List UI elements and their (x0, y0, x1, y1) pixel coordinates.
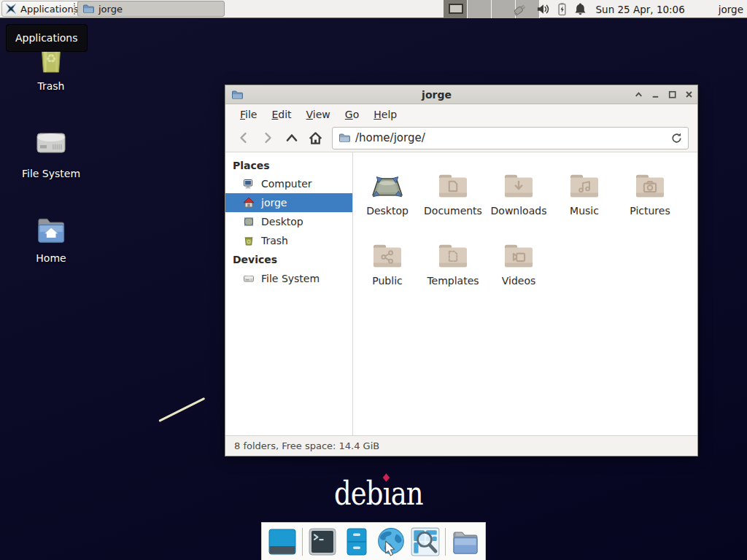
volume-icon[interactable] (536, 3, 550, 15)
sidebar-devices-header: Devices (225, 250, 352, 269)
sidebar-item-jorge[interactable]: jorge (225, 193, 352, 212)
statusbar: 8 folders, Free space: 14.4 GiB (225, 435, 697, 456)
file-item-label: Videos (502, 275, 536, 287)
tooltip-text: Applications (15, 32, 78, 44)
folder-template-icon (436, 234, 471, 271)
file-manager-window: jorge FileEditViewGoHelp /home/jorge/ Pl… (225, 85, 698, 456)
folder-video-icon (501, 234, 536, 271)
file-item-downloads[interactable]: Downloads (486, 164, 551, 234)
desktop-mini-icon (243, 216, 255, 228)
file-item-videos[interactable]: Videos (486, 234, 551, 304)
location-bar[interactable]: /home/jorge/ (332, 127, 689, 149)
folder-document-icon (436, 164, 471, 201)
sidebar-item-computer[interactable]: Computer (225, 174, 352, 193)
desktop-icon-label: File System (13, 168, 89, 179)
file-item-music[interactable]: Music (551, 164, 617, 234)
window-icon (231, 89, 243, 101)
minimize-button[interactable] (647, 86, 664, 104)
toolbar: /home/jorge/ (225, 124, 697, 152)
close-button[interactable] (681, 86, 697, 104)
panel-username: jorge (719, 4, 743, 15)
panel-clock[interactable]: Sun 25 Apr, 10:06 (596, 4, 685, 15)
dock-folder[interactable] (451, 527, 480, 556)
svg-text:♻: ♻ (46, 52, 57, 66)
file-item-label: Public (372, 275, 402, 287)
notifications-icon[interactable] (574, 2, 587, 16)
shade-button[interactable] (630, 86, 647, 104)
applications-menu-icon (5, 3, 17, 15)
dock-file-manager[interactable] (342, 527, 371, 556)
folder-share-icon (370, 234, 405, 271)
forward-button[interactable] (255, 127, 279, 149)
file-item-public[interactable]: Public (355, 234, 420, 304)
menu-view[interactable]: View (299, 106, 338, 123)
menu-help[interactable]: Help (366, 106, 404, 123)
file-item-documents[interactable]: Documents (420, 164, 486, 234)
trash-mini-icon (243, 235, 255, 246)
computer-icon (243, 178, 255, 190)
file-item-pictures[interactable]: Pictures (617, 164, 683, 234)
applications-tooltip: Applications (6, 24, 88, 52)
sidebar-item-label: Trash (261, 235, 288, 246)
desktop-icon-label: Trash (13, 80, 89, 92)
dock-separator (302, 528, 303, 556)
battery-icon[interactable] (557, 2, 567, 16)
desktop-special-icon (370, 164, 405, 201)
window-body: Places ComputerjorgeDesktopTrash Devices… (225, 152, 697, 435)
top-panel: Applications jorge Sun 25 Apr, 10:06 jor… (0, 0, 747, 18)
dock (261, 522, 486, 560)
sidebar-item-trash[interactable]: Trash (225, 231, 352, 250)
back-button[interactable] (231, 127, 255, 149)
dock-separator (445, 528, 446, 556)
desktop-icon-file-system[interactable]: File System (13, 128, 89, 179)
dock-show-desktop[interactable] (268, 527, 297, 556)
wallpaper-line (158, 397, 205, 422)
debian-logo: debıan (334, 478, 423, 510)
workspace-2[interactable] (468, 0, 492, 18)
maximize-button[interactable] (664, 86, 681, 104)
folder-music-icon (567, 164, 602, 201)
file-item-label: Desktop (366, 205, 409, 217)
app-finder-icon (410, 526, 441, 557)
folder-download-icon (501, 164, 536, 201)
menu-go[interactable]: Go (338, 106, 366, 123)
menubar: FileEditViewGoHelp (225, 104, 697, 124)
file-view[interactable]: DesktopDocumentsDownloadsMusicPicturesPu… (353, 152, 697, 435)
drive-mini-icon (243, 273, 255, 284)
system-tray: Sun 25 Apr, 10:06 jorge (508, 0, 747, 18)
dock-terminal[interactable] (308, 527, 337, 556)
show-desktop-icon (268, 527, 297, 556)
dock-web-browser[interactable] (376, 527, 406, 556)
workspace-1[interactable] (444, 0, 468, 18)
desktop-icon-label: Home (13, 252, 89, 264)
location-path[interactable]: /home/jorge/ (355, 131, 670, 144)
folder-icon (338, 132, 350, 144)
window-titlebar[interactable]: jorge (225, 85, 697, 104)
panel-handle (74, 3, 75, 15)
window-title: jorge (243, 89, 630, 101)
sidebar-item-file-system[interactable]: File System (225, 269, 352, 288)
file-item-label: Music (570, 205, 599, 217)
file-item-label: Documents (424, 205, 482, 217)
taskbar-window-button[interactable]: jorge (77, 1, 225, 17)
reload-icon[interactable] (670, 132, 683, 144)
home-folder-icon (34, 216, 68, 245)
home-red-icon (243, 197, 255, 209)
sidebar: Places ComputerjorgeDesktopTrash Devices… (225, 152, 353, 435)
statusbar-text: 8 folders, Free space: 14.4 GiB (234, 440, 379, 451)
file-item-templates[interactable]: Templates (420, 234, 486, 304)
folder-camera-icon (632, 164, 667, 201)
menu-file[interactable]: File (233, 106, 264, 123)
file-item-desktop[interactable]: Desktop (355, 164, 420, 234)
up-button[interactable] (279, 127, 303, 149)
desktop-icon-home[interactable]: Home (13, 216, 89, 264)
network-icon[interactable] (512, 2, 529, 16)
sidebar-item-desktop[interactable]: Desktop (225, 212, 352, 231)
desktop: debıan ♻ Trash File System Home Applicat… (0, 0, 747, 560)
menu-edit[interactable]: Edit (264, 106, 298, 123)
taskbar-window-label: jorge (98, 4, 123, 15)
dock-app-finder[interactable] (411, 527, 440, 556)
home-button[interactable] (303, 127, 328, 149)
file-item-label: Templates (427, 275, 479, 287)
file-item-label: Downloads (491, 205, 547, 217)
